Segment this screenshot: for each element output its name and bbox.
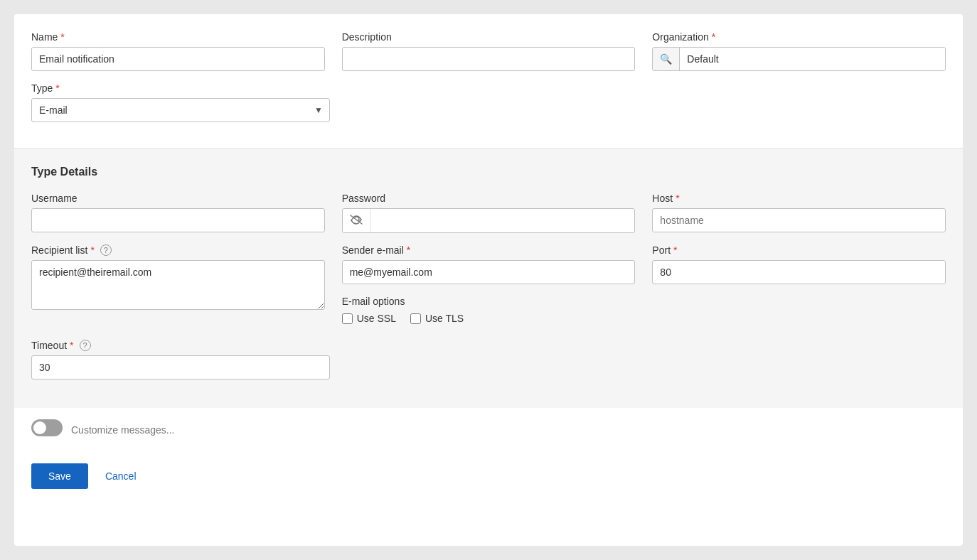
timeout-required: * [70, 340, 73, 351]
email-options-label: E-mail options [342, 296, 636, 307]
row-recipient-sender-port: Recipient list * ? recipient@theiremail.… [31, 244, 946, 328]
password-label: Password [342, 193, 636, 204]
username-input[interactable] [31, 208, 325, 232]
recipient-help-icon[interactable]: ? [100, 244, 112, 256]
port-input[interactable] [652, 260, 946, 284]
timeout-input[interactable] [31, 355, 330, 379]
sender-required: * [407, 244, 410, 256]
org-required: * [712, 31, 715, 43]
type-label: Type * [31, 82, 330, 94]
host-group: Host * [652, 193, 946, 233]
org-search-icon[interactable]: 🔍 [653, 48, 680, 70]
host-input[interactable] [652, 208, 946, 232]
top-section: Name * Description Organization * 🔍 [14, 14, 963, 149]
password-group: Password [342, 193, 636, 233]
use-ssl-label[interactable]: Use SSL [342, 313, 396, 324]
email-options-row: Use SSL Use TLS [342, 313, 636, 328]
recipient-list-textarea[interactable]: recipient@theiremail.com [31, 260, 325, 310]
main-container: Name * Description Organization * 🔍 [14, 14, 963, 546]
cancel-button[interactable]: Cancel [100, 463, 142, 489]
organization-group: Organization * 🔍 [652, 31, 946, 71]
description-label: Description [342, 31, 636, 43]
name-label: Name * [31, 31, 325, 43]
type-select[interactable]: E-mail SMS Webhook [31, 98, 330, 122]
sender-email-input[interactable] [342, 260, 636, 284]
email-options-group: E-mail options Use SSL Use TLS [342, 296, 636, 328]
recipient-list-label: Recipient list * ? [31, 244, 325, 256]
customize-label: Customize messages... [71, 424, 175, 436]
buttons-row: Save Cancel [14, 452, 963, 500]
port-label: Port * [652, 244, 946, 256]
customize-row: Customize messages... [14, 408, 963, 452]
type-required: * [55, 82, 59, 94]
use-tls-checkbox[interactable] [410, 313, 421, 324]
toggle-slider [31, 419, 63, 436]
description-input[interactable] [342, 47, 636, 71]
name-group: Name * [31, 31, 325, 71]
recipient-required: * [90, 244, 94, 256]
host-label: Host * [652, 193, 946, 204]
timeout-group: Timeout * ? [31, 340, 330, 379]
row-type: Type * E-mail SMS Webhook ▼ [31, 82, 946, 122]
password-input[interactable] [370, 210, 635, 232]
organization-label: Organization * [652, 31, 946, 43]
sender-email-label: Sender e-mail * [342, 244, 636, 256]
sender-email-group: Sender e-mail * E-mail options Use SSL [342, 244, 636, 328]
port-required: * [673, 244, 677, 256]
type-select-wrapper: E-mail SMS Webhook ▼ [31, 98, 330, 122]
timeout-label: Timeout * ? [31, 340, 330, 351]
timeout-help-icon[interactable]: ? [80, 340, 91, 351]
username-label: Username [31, 193, 325, 204]
row-timeout: Timeout * ? [31, 340, 946, 379]
recipient-list-group: Recipient list * ? recipient@theiremail.… [31, 244, 325, 328]
save-button[interactable]: Save [31, 463, 88, 489]
org-input-wrapper: 🔍 [652, 47, 946, 71]
name-required: * [60, 31, 64, 43]
username-group: Username [31, 193, 325, 233]
description-group: Description [342, 31, 636, 71]
customize-toggle[interactable] [31, 419, 63, 436]
port-group: Port * [652, 244, 946, 328]
organization-input[interactable] [680, 48, 945, 70]
bottom-section: Type Details Username Password [14, 149, 963, 408]
use-tls-label[interactable]: Use TLS [410, 313, 464, 324]
row-username-password-host: Username Password [31, 193, 946, 233]
use-ssl-checkbox[interactable] [342, 313, 353, 324]
password-wrapper [342, 208, 636, 233]
host-required: * [676, 193, 679, 204]
name-input[interactable] [31, 47, 325, 71]
row-name-desc-org: Name * Description Organization * 🔍 [31, 31, 946, 71]
type-details-title: Type Details [31, 166, 946, 178]
type-group: Type * E-mail SMS Webhook ▼ [31, 82, 330, 122]
eye-off-icon[interactable] [343, 209, 370, 232]
